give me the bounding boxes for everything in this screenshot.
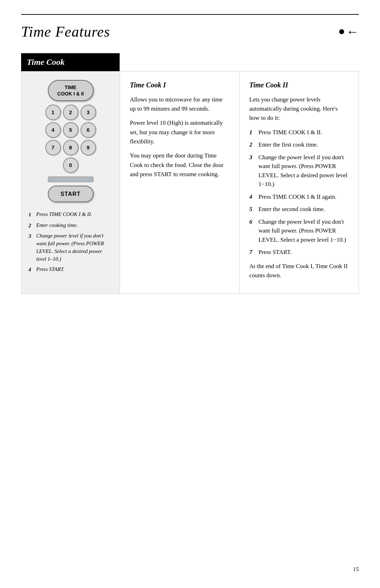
page-title: Time Features — [21, 21, 110, 43]
time-cook-2-steps: 1Press TIME COOK I & II.2Enter the first… — [249, 128, 349, 257]
time-cook-2-step: 5Enter the second cook time. — [249, 205, 349, 214]
time-cook-2-footer: At the end of Time Cook I, Time Cook II … — [249, 262, 349, 280]
page-header: Time Features ← — [21, 14, 359, 43]
time-cook-2-step: 4Press TIME COOK I & II again. — [249, 192, 349, 202]
key-4: 4 — [45, 122, 61, 138]
time-cook-2-step: 3Change the power level if you don't wan… — [249, 153, 349, 189]
time-cook-2-step: 7Press START. — [249, 248, 349, 257]
section-header: Time Cook — [21, 53, 120, 71]
key-8: 8 — [63, 140, 78, 155]
left-step: 3Change power level if you don't want fu… — [28, 232, 113, 263]
key-7: 7 — [45, 140, 61, 155]
arrow-icon: ← — [346, 23, 359, 41]
time-cook-2-column: Time Cook II Lets you change power level… — [240, 72, 359, 294]
time-cook-2-step: 6Change the power level if you don't wan… — [249, 217, 349, 245]
time-cook-1-column: Time Cook I Allows you to microwave for … — [120, 72, 240, 294]
time-cook-1-para: Power level 10 (High) is automatically s… — [130, 118, 229, 146]
key-5: 5 — [63, 122, 78, 138]
page-number: 15 — [353, 565, 359, 574]
time-cook-1-para: Allows you to microwave for any time up … — [130, 95, 229, 114]
header-icon: ← — [339, 23, 359, 41]
key-2: 2 — [63, 105, 78, 120]
start-button: START — [48, 186, 94, 202]
key-1: 1 — [45, 105, 61, 120]
key-0: 0 — [63, 157, 78, 173]
left-steps: 1Press TIME COOK I & II.2Enter cooking t… — [28, 211, 113, 274]
cook-i-ii-button: TIME COOK I & II — [48, 80, 94, 101]
keypad-illustration: TIME COOK I & II 1 2 3 4 5 6 7 8 9 0 STA… — [28, 80, 113, 203]
key-3: 3 — [81, 105, 96, 120]
time-cook-2-body: Lets you change power levels automatical… — [249, 95, 349, 280]
time-cook-1-title: Time Cook I — [130, 80, 229, 90]
key-6: 6 — [81, 122, 96, 138]
numpad: 1 2 3 4 5 6 7 8 9 0 — [45, 105, 96, 173]
section-title-row: Time Cook — [21, 53, 359, 71]
left-step: 1Press TIME COOK I & II. — [28, 211, 113, 219]
time-cook-2-intro: Lets you change power levels automatical… — [249, 95, 349, 123]
time-cook-2-title: Time Cook II — [249, 80, 349, 90]
main-content: TIME COOK I & II 1 2 3 4 5 6 7 8 9 0 STA… — [21, 71, 359, 294]
time-cook-2-step: 2Enter the first cook time. — [249, 140, 349, 149]
display-bar — [48, 177, 94, 182]
left-step: 4Press START. — [28, 266, 113, 274]
time-cook-2-step: 1Press TIME COOK I & II. — [249, 128, 349, 137]
time-cook-1-para: You may open the door during Time Cook t… — [130, 151, 229, 179]
key-9: 9 — [81, 140, 96, 155]
dot-icon — [339, 29, 344, 34]
left-step: 2Enter cooking time. — [28, 222, 113, 230]
left-panel: TIME COOK I & II 1 2 3 4 5 6 7 8 9 0 STA… — [21, 72, 120, 294]
time-cook-1-body: Allows you to microwave for any time up … — [130, 95, 229, 179]
right-area: Time Cook I Allows you to microwave for … — [120, 72, 359, 294]
